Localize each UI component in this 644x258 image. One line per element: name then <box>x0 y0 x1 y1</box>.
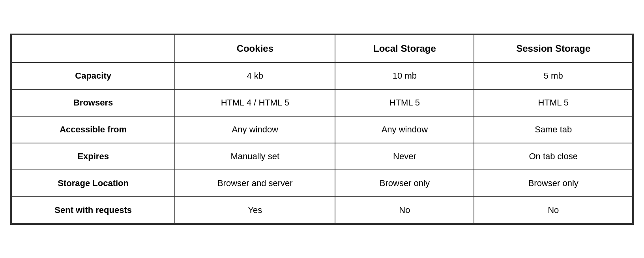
cell-expires-local: Never <box>335 143 474 170</box>
cell-sent-cookies: Yes <box>175 197 335 224</box>
cell-accessible-session: Same tab <box>474 116 633 143</box>
cell-storage-location-session: Browser only <box>474 170 633 197</box>
row-label-browsers: Browsers <box>11 89 175 116</box>
row-label-sent-with-requests: Sent with requests <box>11 197 175 224</box>
row-label-storage-location: Storage Location <box>11 170 175 197</box>
table-row: Expires Manually set Never On tab close <box>11 143 633 170</box>
table-row: Accessible from Any window Any window Sa… <box>11 116 633 143</box>
header-cookies: Cookies <box>175 35 335 62</box>
row-label-accessible: Accessible from <box>11 116 175 143</box>
cell-capacity-cookies: 4 kb <box>175 62 335 89</box>
header-session-storage: Session Storage <box>474 35 633 62</box>
header-local-storage: Local Storage <box>335 35 474 62</box>
header-row: Cookies Local Storage Session Storage <box>11 35 633 62</box>
cell-capacity-local: 10 mb <box>335 62 474 89</box>
cell-storage-location-local: Browser only <box>335 170 474 197</box>
cell-browsers-local: HTML 5 <box>335 89 474 116</box>
cell-expires-cookies: Manually set <box>175 143 335 170</box>
cell-storage-location-cookies: Browser and server <box>175 170 335 197</box>
cell-sent-local: No <box>335 197 474 224</box>
cell-browsers-cookies: HTML 4 / HTML 5 <box>175 89 335 116</box>
comparison-table-wrapper: Cookies Local Storage Session Storage Ca… <box>10 34 634 225</box>
cell-accessible-local: Any window <box>335 116 474 143</box>
table-row: Capacity 4 kb 10 mb 5 mb <box>11 62 633 89</box>
table-row: Browsers HTML 4 / HTML 5 HTML 5 HTML 5 <box>11 89 633 116</box>
table-row: Storage Location Browser and server Brow… <box>11 170 633 197</box>
cell-expires-session: On tab close <box>474 143 633 170</box>
comparison-table: Cookies Local Storage Session Storage Ca… <box>11 34 633 224</box>
cell-sent-session: No <box>474 197 633 224</box>
cell-browsers-session: HTML 5 <box>474 89 633 116</box>
cell-accessible-cookies: Any window <box>175 116 335 143</box>
row-label-capacity: Capacity <box>11 62 175 89</box>
header-empty <box>11 35 175 62</box>
table-row: Sent with requests Yes No No <box>11 197 633 224</box>
cell-capacity-session: 5 mb <box>474 62 633 89</box>
row-label-expires: Expires <box>11 143 175 170</box>
